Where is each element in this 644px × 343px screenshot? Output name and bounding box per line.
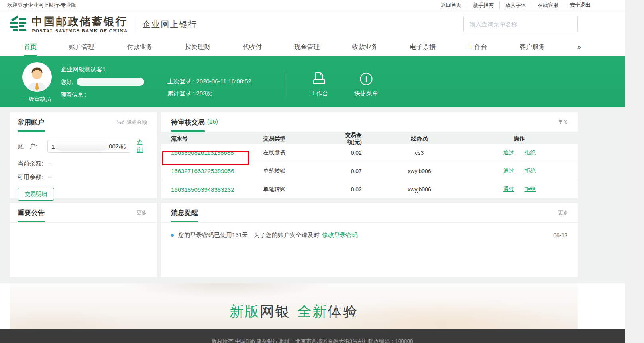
query-link[interactable]: 查询 <box>137 139 149 154</box>
pending-more-link[interactable]: 更多 <box>558 118 568 126</box>
banner-divider <box>285 71 285 97</box>
login-info: 上次登录 : 2020-06-11 16:08:52 累计登录 : 203次 <box>167 78 251 97</box>
current-balance-label: 当前余额: <box>18 160 43 167</box>
avatar <box>22 62 52 92</box>
nav-tab-account-management[interactable]: 账户管理 <box>69 39 94 56</box>
available-balance-value: -- <box>48 173 52 180</box>
table-row: 1663271663225389056 单笔转账 0.07 xwyjb006 通… <box>161 162 578 180</box>
nav-more-chevron-icon[interactable]: » <box>577 39 581 56</box>
change-password-link[interactable]: 修改登录密码 <box>322 231 358 239</box>
reserved-info-label: 预留信息 : <box>61 91 144 98</box>
nav-tab-receivables[interactable]: 收款业务 <box>352 39 378 56</box>
account-select[interactable]: 1 002/砖 <box>47 140 130 153</box>
hide-amount-label: 隐藏金额 <box>126 119 147 126</box>
pending-count-badge: (16) <box>207 118 218 125</box>
account-number-prefix: 1 <box>51 143 55 150</box>
account-label: 账 户: <box>18 143 47 150</box>
pending-table-header: 流水号 交易类型 交易金额(元) 经办员 操作 <box>161 132 578 144</box>
promo-banner: 新版网银全新体验 <box>10 283 578 329</box>
col-type: 交易类型 <box>257 135 340 142</box>
plus-circle-icon <box>359 72 373 86</box>
link-online-service[interactable]: 在线客服 <box>532 2 558 9</box>
nav-tab-cash-management[interactable]: 现金管理 <box>294 39 320 56</box>
operator-name: xwyjb006 <box>378 168 461 174</box>
transaction-type: 在线缴费 <box>257 149 340 156</box>
nav-tab-payment[interactable]: 付款业务 <box>127 39 153 56</box>
approve-link[interactable]: 通过 <box>503 149 514 156</box>
nav-tab-collection-payment[interactable]: 代收付 <box>243 39 262 56</box>
col-amount: 交易金额(元) <box>340 132 378 146</box>
notice-more-link[interactable]: 更多 <box>137 209 147 216</box>
frequent-accounts-card: 常用账户 隐藏金额 账 户: 1 <box>10 112 157 198</box>
reject-link[interactable]: 拒绝 <box>525 149 536 156</box>
total-login-text: 累计登录 : 203次 <box>167 90 251 97</box>
transaction-amount: 0.02 <box>340 150 378 156</box>
link-beginner-guide[interactable]: 新手指南 <box>467 2 494 9</box>
eye-closed-icon <box>116 120 124 125</box>
operator-name: xwyjb006 <box>378 186 461 193</box>
promo-seg-experience: 体验 <box>328 303 358 319</box>
link-enlarge-font[interactable]: 放大字体 <box>499 2 526 9</box>
workbench-button[interactable]: 工作台 <box>307 70 332 97</box>
col-serial: 流水号 <box>161 135 257 142</box>
greeting-text: 您好, <box>61 78 73 85</box>
message-item: 您的登录密码已使用161天，为了您的账户安全请及时 修改登录密码 06-13 <box>161 223 578 239</box>
serial-link[interactable]: 1663890826113138688 <box>171 149 234 156</box>
workbench-icon <box>311 70 327 86</box>
portal-title: 企业网上银行 <box>142 19 197 30</box>
transaction-type: 单笔转账 <box>257 168 340 175</box>
transaction-amount: 0.07 <box>340 168 378 174</box>
bank-name-en: POSTAL SAVINGS BANK OF CHINA <box>32 28 128 33</box>
avatar-block: 一级审核员 <box>21 62 53 103</box>
transaction-detail-button[interactable]: 交易明细 <box>18 188 54 201</box>
welcome-text: 欢迎登录企业网上银行-专业版 <box>7 2 76 9</box>
approve-link[interactable]: 通过 <box>503 168 514 175</box>
nav-tab-investment[interactable]: 投资理财 <box>185 39 210 56</box>
transaction-type: 单笔转账 <box>257 186 340 193</box>
col-actions: 操作 <box>461 135 578 142</box>
quick-menu-button[interactable]: 快捷菜单 <box>352 72 380 97</box>
logo-divider <box>135 16 135 32</box>
promo-slogan: 新版网银全新体验 <box>230 291 358 321</box>
reject-link[interactable]: 拒绝 <box>525 186 536 193</box>
nav-tab-home[interactable]: 首页 <box>24 39 37 56</box>
transaction-amount: 0.02 <box>340 186 378 193</box>
promo-seg-ebank: 网银 <box>260 303 290 319</box>
content: 常用账户 隐藏金额 账 户: 1 <box>0 107 625 283</box>
quick-menu-label: 快捷菜单 <box>352 90 380 97</box>
page: 欢迎登录企业网上银行-专业版 返回首页 新手指南 放大字体 在线客服 安全退出 <box>0 0 625 343</box>
nav-tab-workbench[interactable]: 工作台 <box>468 39 487 56</box>
main-nav: 首页 账户管理 付款业务 投资理财 代收付 现金管理 收款业务 电子票据 工作台… <box>0 39 625 56</box>
company-name: 企业网银测试客1 <box>61 66 144 73</box>
link-return-home[interactable]: 返回首页 <box>441 2 461 9</box>
top-links: 返回首页 新手指南 放大字体 在线客服 安全退出 <box>441 2 591 9</box>
hide-amount-toggle[interactable]: 隐藏金额 <box>116 119 147 126</box>
reject-link[interactable]: 拒绝 <box>525 168 536 175</box>
nav-tab-customer-service[interactable]: 客户服务 <box>520 39 545 56</box>
serial-link[interactable]: 1663185093948383232 <box>171 186 234 193</box>
link-safe-exit[interactable]: 安全退出 <box>564 2 591 9</box>
last-login-text: 上次登录 : 2020-06-11 16:08:52 <box>167 78 251 85</box>
user-info: 企业网银测试客1 您好, 预留信息 : <box>61 65 144 98</box>
message-text: 您的登录密码已使用161天，为了您的账户安全请及时 <box>178 231 320 239</box>
table-row: 1663185093948383232 单笔转账 0.02 xwyjb006 通… <box>161 180 578 199</box>
menu-search-input[interactable] <box>463 16 578 32</box>
promo-seg-brand-new: 全新 <box>297 303 328 319</box>
current-balance-value: -- <box>48 160 52 167</box>
serial-link[interactable]: 1663271663225389056 <box>171 168 234 174</box>
redacted-account-number <box>56 142 108 151</box>
header: 中国邮政储蓄银行 POSTAL SAVINGS BANK OF CHINA 企业… <box>0 10 625 39</box>
user-role-label: 一级审核员 <box>21 96 53 103</box>
top-utility-bar: 欢迎登录企业网上银行-专业版 返回首页 新手指南 放大字体 在线客服 安全退出 <box>0 0 625 10</box>
messages-more-link[interactable]: 更多 <box>558 209 568 216</box>
user-banner: 一级审核员 企业网银测试客1 您好, 预留信息 : 上次登录 : 2020-06… <box>0 56 625 107</box>
nav-tab-e-bills[interactable]: 电子票据 <box>410 39 436 56</box>
available-balance-label: 可用余额: <box>18 173 43 180</box>
message-reminder-card: 消息提醒 更多 您的登录密码已使用161天，为了您的账户安全请及时 修改登录密码… <box>161 203 578 277</box>
promo-seg-new-version: 新版 <box>230 303 260 319</box>
approve-link[interactable]: 通过 <box>503 186 514 193</box>
workbench-label: 工作台 <box>307 90 332 97</box>
table-row: 1663890826113138688 在线缴费 0.02 cs3 通过 拒绝 <box>161 144 578 162</box>
bullet-icon <box>171 234 174 237</box>
footer: 版权所有 中国邮政储蓄银行 地址：北京市西城区金融大街3号A座 邮政编码：100… <box>0 329 625 343</box>
